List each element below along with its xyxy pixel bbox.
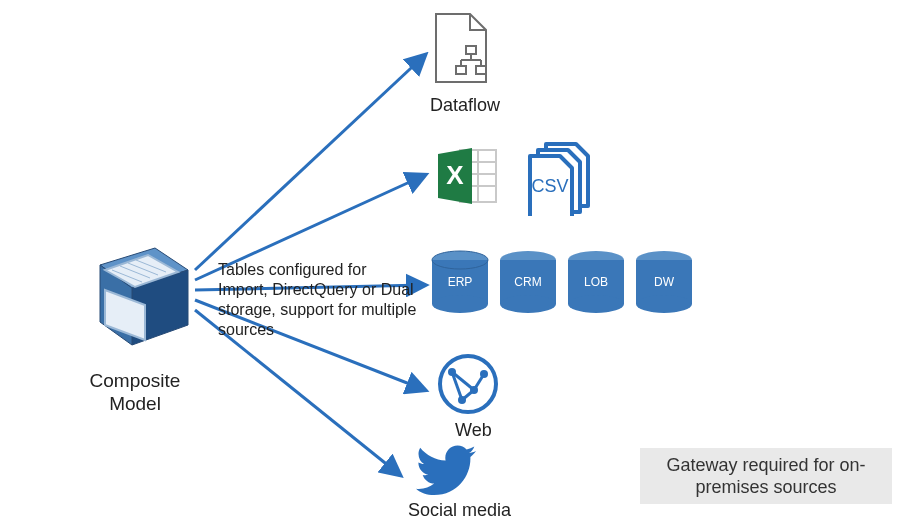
svg-point-26 xyxy=(432,295,488,313)
svg-point-42 xyxy=(448,368,456,376)
arrow-to-dataflow xyxy=(195,55,425,270)
svg-point-33 xyxy=(568,295,624,313)
db-dw: DW xyxy=(634,250,694,314)
composite-model-icon xyxy=(70,230,200,360)
db-label: CRM xyxy=(514,275,541,289)
web-label: Web xyxy=(455,420,492,441)
database-group: ERP CRM LOB DW xyxy=(430,250,694,314)
dataflow-label: Dataflow xyxy=(430,95,500,116)
gateway-note: Gateway required for on-premises sources xyxy=(640,448,892,504)
svg-point-30 xyxy=(500,295,556,313)
db-label: ERP xyxy=(448,275,473,289)
db-erp: ERP xyxy=(430,250,490,314)
svg-point-43 xyxy=(480,370,488,378)
svg-rect-11 xyxy=(456,66,466,74)
db-lob: LOB xyxy=(566,250,626,314)
svg-rect-12 xyxy=(476,66,486,74)
config-text: Tables configured for Import, DirectQuer… xyxy=(218,260,418,340)
gateway-note-text: Gateway required for on-premises sources xyxy=(646,454,886,499)
web-icon xyxy=(436,352,500,416)
composite-model-label: Composite Model xyxy=(75,370,195,416)
svg-point-45 xyxy=(458,396,466,404)
svg-point-36 xyxy=(636,295,692,313)
social-media-icon xyxy=(414,444,478,498)
diagram-canvas: Composite Model Tables configured for Im… xyxy=(0,0,918,528)
db-label: LOB xyxy=(584,275,608,289)
csv-text: CSV xyxy=(531,176,568,196)
svg-rect-10 xyxy=(466,46,476,54)
db-crm: CRM xyxy=(498,250,558,314)
csv-icon: CSV xyxy=(522,140,602,216)
excel-icon: X xyxy=(432,140,504,212)
svg-text:X: X xyxy=(446,160,464,190)
dataflow-icon xyxy=(430,10,500,90)
social-media-label: Social media xyxy=(408,500,511,521)
db-label: DW xyxy=(654,275,674,289)
svg-point-44 xyxy=(470,386,478,394)
